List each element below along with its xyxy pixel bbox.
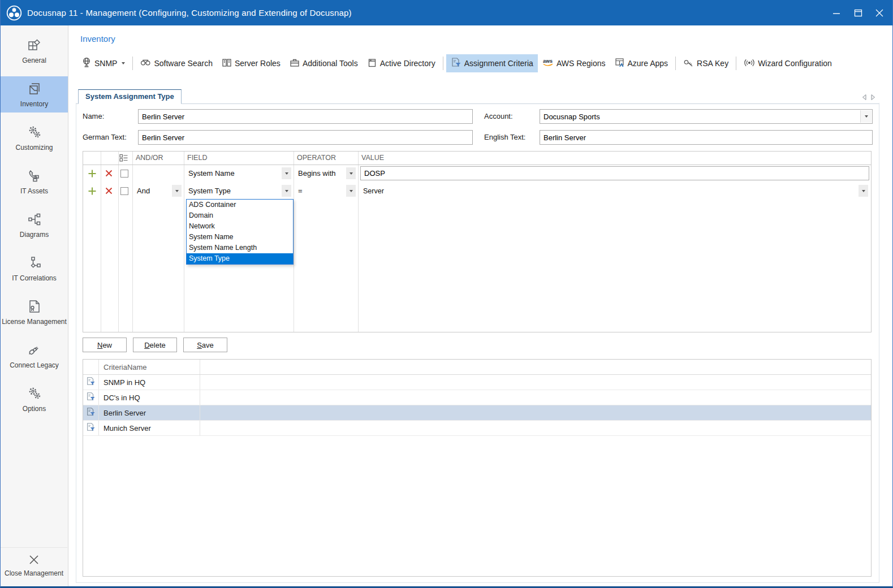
toolbar-item-software-search[interactable]: Software Search — [136, 55, 217, 72]
toolbar-item-label: Azure Apps — [628, 59, 668, 68]
english-text-label: English Text: — [484, 130, 525, 145]
andor-combobox[interactable]: And — [133, 182, 183, 200]
field-combobox[interactable]: System Type — [184, 182, 293, 200]
add-condition-button[interactable] — [88, 165, 97, 182]
toolbar-item-label: Software Search — [154, 59, 213, 68]
english-text-input[interactable] — [540, 130, 873, 145]
dropdown-option[interactable]: Network — [187, 221, 293, 232]
field-value: System Name — [188, 169, 235, 178]
azure-apps-icon — [615, 58, 625, 70]
field-combobox[interactable]: System Name — [184, 165, 293, 182]
tab-scroll-left-icon[interactable] — [861, 93, 867, 103]
assignment-criteria-icon — [451, 57, 461, 70]
sidebar-item-label: Connect Legacy — [10, 361, 59, 370]
field-dropdown-list: ADS Container Domain Network System Name… — [186, 199, 294, 265]
andor-dropdown-button[interactable] — [172, 185, 182, 197]
save-button[interactable]: Save — [183, 338, 227, 352]
toolbar-item-snmp[interactable]: SNMP — [77, 54, 130, 72]
toolbar-item-label: AWS Regions — [556, 59, 606, 68]
toolbar-item-label: Additional Tools — [303, 59, 358, 68]
criteria-doc-filter-icon — [86, 407, 96, 419]
plug-icon — [27, 341, 42, 358]
binoculars-icon — [140, 58, 151, 70]
close-management-button[interactable]: Close Management — [1, 547, 67, 581]
maximize-button[interactable] — [847, 0, 869, 25]
table-row[interactable]: Munich Server — [83, 421, 871, 436]
operator-dropdown-button[interactable] — [346, 185, 356, 197]
chevron-down-icon — [122, 62, 125, 64]
dropdown-option[interactable]: System Name — [187, 232, 293, 243]
phone-assets-icon — [27, 167, 42, 184]
sidebar-item-it-correlations[interactable]: IT Correlations — [1, 250, 68, 287]
toolbar-item-wizard-configuration[interactable]: Wizard Configuration — [739, 55, 836, 72]
table-row-selected[interactable]: Berlin Server — [83, 405, 871, 421]
add-condition-button[interactable] — [88, 182, 97, 200]
sidebar-item-it-assets[interactable]: IT Assets — [1, 163, 68, 200]
toolbar-item-label: Assignment Criteria — [464, 59, 533, 68]
toolbar-item-additional-tools[interactable]: Additional Tools — [285, 55, 363, 72]
account-value: Docusnap Sports — [543, 113, 600, 121]
condition-checkbox[interactable] — [120, 170, 128, 178]
sidebar: General Inventory Customizing — [1, 25, 68, 586]
table-row[interactable]: DC's in HQ — [83, 390, 871, 405]
operator-column-header: OPERATOR — [297, 152, 336, 165]
toolbar-item-label: SNMP — [94, 59, 117, 68]
license-document-icon — [27, 298, 42, 315]
value-combobox[interactable]: Server — [359, 182, 870, 200]
sidebar-item-label: Inventory — [20, 100, 48, 109]
field-dropdown-button[interactable] — [282, 167, 291, 179]
value-dropdown-button[interactable] — [859, 185, 868, 197]
remove-condition-button[interactable] — [105, 182, 113, 200]
server-roles-icon — [222, 58, 232, 70]
toolbar-item-server-roles[interactable]: Server Roles — [217, 55, 285, 72]
dropdown-option[interactable]: Domain — [187, 210, 293, 221]
table-row[interactable]: SNMP in HQ — [83, 375, 871, 390]
new-button[interactable]: New — [83, 338, 127, 352]
sidebar-item-connect-legacy[interactable]: Connect Legacy — [1, 338, 68, 374]
remove-condition-button[interactable] — [105, 165, 113, 182]
sidebar-item-license-management[interactable]: License Management — [1, 294, 68, 330]
toolbar-item-label: Server Roles — [235, 59, 281, 68]
account-combobox[interactable]: Docusnap Sports — [540, 109, 873, 124]
tab-system-assignment-type[interactable]: System Assignment Type — [78, 89, 182, 104]
sidebar-item-general[interactable]: General — [1, 33, 68, 69]
operator-value: = — [298, 187, 303, 195]
criteria-name: Munich Server — [99, 421, 200, 435]
dropdown-option-selected[interactable]: System Type — [187, 253, 293, 264]
sidebar-item-options[interactable]: Options — [1, 381, 68, 417]
toolbar-item-active-directory[interactable]: Active Directory — [363, 55, 440, 72]
toolbar-item-azure-apps[interactable]: Azure Apps — [610, 55, 673, 72]
field-column-header: FIELD — [187, 152, 207, 165]
criteria-row: And System Type = — [83, 182, 871, 200]
diagram-nodes-icon — [27, 211, 42, 228]
field-dropdown-button[interactable] — [282, 185, 291, 197]
value-input[interactable] — [360, 166, 869, 180]
action-buttons: New Delete Save — [83, 338, 227, 352]
sidebar-item-diagrams[interactable]: Diagrams — [1, 207, 68, 243]
toolbar-item-rsa-key[interactable]: RSA Key — [679, 55, 733, 72]
operator-combobox[interactable]: Begins with — [294, 165, 357, 182]
sidebar-item-inventory[interactable]: Inventory — [1, 76, 68, 113]
toolbar-item-assignment-criteria[interactable]: Assignment Criteria — [446, 54, 538, 72]
sidebar-item-label: Options — [23, 405, 46, 413]
globe-icon — [81, 57, 92, 70]
name-input[interactable] — [138, 109, 473, 124]
delete-button[interactable]: Delete — [133, 338, 177, 352]
dropdown-option[interactable]: System Name Length — [187, 243, 293, 253]
value-text: Server — [363, 187, 384, 195]
minimize-button[interactable] — [826, 0, 847, 25]
german-text-input[interactable] — [138, 130, 473, 145]
dropdown-option[interactable]: ADS Container — [187, 200, 293, 210]
german-text-label: German Text: — [83, 130, 127, 145]
criteria-name: SNMP in HQ — [99, 375, 200, 390]
aws-icon: aws — [542, 58, 554, 70]
svg-text:aws: aws — [543, 58, 553, 64]
close-button[interactable] — [869, 0, 890, 25]
operator-combobox[interactable]: = — [294, 182, 357, 200]
condition-checkbox[interactable] — [120, 187, 128, 195]
sidebar-item-customizing[interactable]: Customizing — [1, 120, 68, 156]
tab-scroll-right-icon[interactable] — [870, 93, 876, 103]
operator-dropdown-button[interactable] — [346, 167, 356, 179]
toolbar-item-aws-regions[interactable]: aws AWS Regions — [538, 55, 610, 72]
account-dropdown-button[interactable] — [860, 110, 872, 123]
